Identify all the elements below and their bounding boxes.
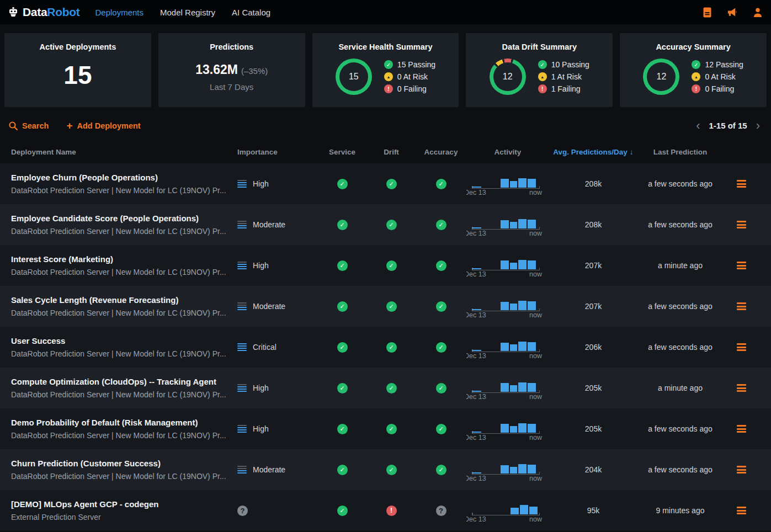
row-menu-icon[interactable]: [737, 180, 746, 188]
cell-accuracy: ✓: [416, 260, 466, 271]
nav-item-model-registry[interactable]: Model Registry: [160, 8, 215, 17]
sparkline-end-label: now: [529, 475, 542, 482]
importance-label: Moderate: [253, 302, 285, 311]
column-header-service[interactable]: Service: [317, 148, 367, 156]
cell-last-prediction: a few seconds ago: [637, 343, 723, 352]
legend-passing: 10 Passing: [551, 60, 589, 69]
sparkline-start-label: Dec 13: [466, 352, 486, 360]
cell-avg-predictions: 208k: [549, 179, 637, 188]
column-header-accuracy[interactable]: Accuracy: [416, 148, 466, 156]
column-header-last-prediction[interactable]: Last Prediction: [637, 148, 723, 156]
table-row[interactable]: Compute Optimization (CloudOps) -- Track…: [0, 368, 771, 408]
column-header-deployment-name[interactable]: Deployment Name: [11, 148, 237, 156]
cell-service: ✓: [317, 424, 367, 434]
sparkline-bar: [501, 302, 509, 310]
table-row[interactable]: Sales Cycle Length (Revenue Forecasting)…: [0, 286, 771, 327]
docs-icon[interactable]: [701, 7, 712, 18]
deployment-subtitle: DataRobot Prediction Server | New Model …: [11, 186, 237, 195]
deployment-name: Interest Score (Marketing): [11, 254, 237, 264]
legend-failing: 0 Failing: [397, 84, 427, 93]
nav-item-deployments[interactable]: Deployments: [95, 8, 143, 17]
cell-drift: ✓: [367, 465, 416, 475]
table-row[interactable]: [DEMO] MLOps Agent GCP - codegen Externa…: [0, 490, 771, 531]
sparkline-bar: [472, 391, 481, 392]
drift-status-icon: ✓: [386, 220, 397, 230]
table-row[interactable]: Employee Candidate Score (People Operati…: [0, 204, 771, 245]
user-icon[interactable]: [752, 7, 763, 18]
cell-activity: Dec 13 now: [466, 334, 549, 360]
cell-avg-predictions: 205k: [549, 424, 637, 433]
cell-accuracy: ✓: [416, 301, 466, 312]
search-button[interactable]: Search: [9, 121, 49, 130]
table-row[interactable]: Interest Score (Marketing) DataRobot Pre…: [0, 245, 771, 286]
sparkline-bar: [511, 508, 519, 514]
service-status-icon: ✓: [337, 260, 348, 271]
sparkline-bar: [510, 263, 517, 269]
importance-label: High: [253, 384, 269, 392]
sparkline-bar: [472, 472, 481, 474]
row-menu-icon[interactable]: [737, 384, 746, 392]
cell-activity: Dec 13 now: [466, 212, 549, 237]
column-header-activity[interactable]: Activity: [466, 148, 549, 156]
cell-importance: ? Moderate: [237, 302, 317, 311]
sort-desc-icon: ↓: [630, 147, 634, 156]
service-health-donut: 15: [336, 58, 372, 95]
table-row[interactable]: Churn Prediction (Customer Success) Data…: [0, 449, 771, 490]
importance-label: High: [253, 261, 269, 270]
row-menu-icon[interactable]: [737, 302, 746, 310]
row-menu-icon[interactable]: [737, 221, 746, 228]
cell-accuracy: ?: [416, 506, 466, 516]
cell-last-prediction: a few seconds ago: [637, 302, 723, 311]
row-menu-icon[interactable]: [737, 507, 746, 514]
sparkline-bar: [528, 342, 536, 351]
importance-unknown-icon: ?: [237, 506, 248, 516]
column-header-drift[interactable]: Drift: [367, 148, 416, 156]
importance-level-icon: [237, 262, 247, 270]
sparkline-end-label: now: [529, 515, 542, 523]
sparkline-end-label: now: [529, 230, 542, 237]
row-menu-icon[interactable]: [737, 262, 746, 269]
passing-check-icon: ✓: [384, 60, 393, 69]
cell-deployment-name: Employee Churn (People Operations) DataR…: [11, 173, 237, 195]
column-header-avg-predictions[interactable]: Avg. Predictions/Day↓: [549, 147, 637, 156]
sparkline-bar: [518, 342, 527, 351]
nav-item-ai-catalog[interactable]: AI Catalog: [232, 8, 270, 17]
cell-avg-predictions: 207k: [549, 261, 637, 270]
sparkline-bar: [510, 344, 517, 351]
sparkline-end-label: now: [529, 270, 542, 278]
sparkline-bar: [501, 179, 509, 188]
table-toolbar: Search + Add Deployment ‹ 1-15 of 15 ›: [0, 107, 771, 140]
add-deployment-button[interactable]: + Add Deployment: [66, 121, 140, 130]
at-risk-warning-icon: ▲: [538, 72, 547, 81]
column-header-importance[interactable]: Importance: [237, 148, 317, 156]
importance-label: High: [253, 424, 269, 433]
sparkline-bar: [510, 181, 517, 188]
datarobot-logo[interactable]: DataRobot: [8, 6, 79, 19]
table-row[interactable]: Employee Churn (People Operations) DataR…: [0, 163, 771, 204]
cell-actions: [723, 262, 760, 269]
cell-avg-predictions: 205k: [549, 384, 637, 392]
cell-actions: [723, 221, 760, 228]
table-row[interactable]: Demo Probability of Default (Risk Manage…: [0, 408, 771, 449]
row-menu-icon[interactable]: [737, 466, 746, 474]
row-menu-icon[interactable]: [737, 343, 746, 351]
deployment-name: Sales Cycle Length (Revenue Forecasting): [11, 295, 237, 305]
prev-page-chevron-icon[interactable]: ‹: [696, 121, 700, 130]
sparkline-end-label: now: [529, 434, 542, 441]
cell-avg-predictions: 204k: [549, 465, 637, 474]
legend-passing: 15 Passing: [397, 60, 435, 69]
cell-avg-predictions: 207k: [549, 302, 637, 311]
importance-label: Critical: [253, 343, 277, 352]
sparkline-bar: [520, 505, 528, 514]
cell-last-prediction: a few seconds ago: [637, 179, 723, 188]
brand-wordmark: DataRobot: [23, 6, 79, 19]
next-page-chevron-icon[interactable]: ›: [756, 121, 760, 130]
deployment-name: Employee Candidate Score (People Operati…: [11, 214, 237, 223]
megaphone-icon[interactable]: [727, 7, 738, 18]
sparkline-bar: [472, 187, 481, 188]
cell-service: ✓: [317, 383, 367, 393]
row-menu-icon[interactable]: [737, 425, 746, 433]
data-drift-legend: ✓10 Passing ▲1 At Risk !1 Failing: [538, 60, 589, 93]
deployment-name: Demo Probability of Default (Risk Manage…: [11, 418, 237, 427]
table-row[interactable]: User Success DataRobot Prediction Server…: [0, 327, 771, 368]
